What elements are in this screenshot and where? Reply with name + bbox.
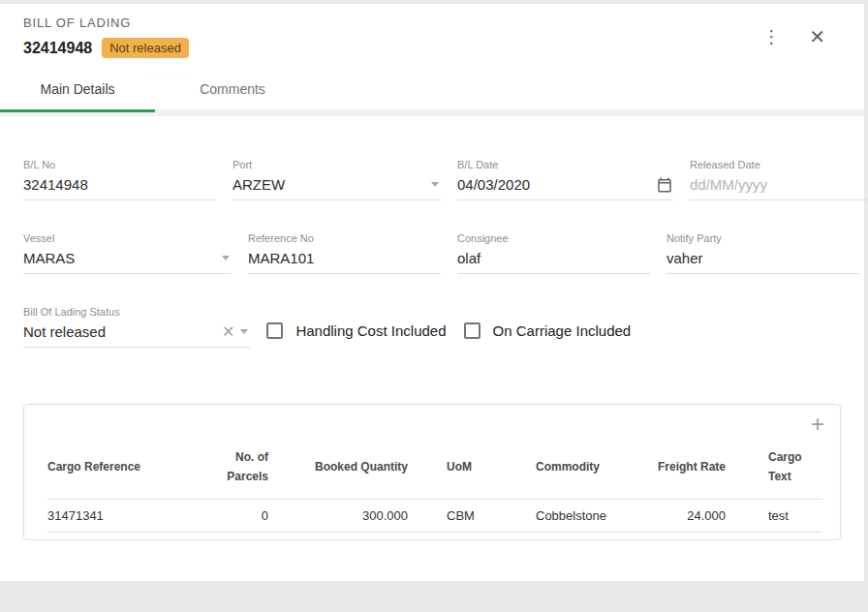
clear-icon[interactable]: ✕ — [222, 324, 234, 340]
vessel-input[interactable] — [23, 248, 216, 268]
cell-cargo-reference: 31471341 — [47, 499, 193, 532]
add-cargo-button[interactable]: + — [811, 413, 824, 436]
form-row-3: Bill Of Lading Status ✕ Handling Cost In… — [0, 306, 864, 348]
cargo-card-footer — [24, 533, 840, 539]
tab-main-details[interactable]: Main Details — [0, 68, 155, 109]
handling-cost-checkbox-label: Handling Cost Included — [295, 322, 446, 339]
subtitle-row: 32414948 Not released — [23, 38, 189, 58]
tab-main-details-label: Main Details — [40, 81, 114, 97]
kebab-menu-button[interactable]: ⋮ — [759, 24, 784, 49]
vessel-field: Vessel — [23, 232, 232, 274]
notify-party-field: Notify Party — [666, 232, 859, 274]
close-button[interactable]: ✕ — [805, 23, 829, 50]
col-freight-rate: Freight Rate — [652, 442, 726, 499]
bl-date-label: B/L Date — [457, 159, 673, 170]
dialog-header: BILL OF LADING 32414948 Not released ⋮ ✕ — [0, 4, 864, 58]
col-commodity: Commodity — [536, 442, 652, 499]
col-uom: UoM — [408, 442, 536, 499]
chevron-down-icon[interactable] — [222, 256, 230, 260]
close-icon: ✕ — [809, 26, 825, 47]
bl-no-input[interactable] — [23, 174, 216, 195]
tab-comments-label: Comments — [200, 81, 265, 97]
port-label: Port — [232, 159, 441, 170]
status-badge: Not released — [102, 38, 189, 58]
notify-party-input[interactable] — [666, 248, 859, 268]
bill-of-lading-dialog: BILL OF LADING 32414948 Not released ⋮ ✕… — [0, 3, 865, 582]
bol-status-input[interactable] — [23, 321, 216, 342]
form-row-1: B/L No Port B/L Date — [0, 159, 864, 200]
bl-no-field: B/L No — [23, 159, 216, 200]
bl-date-field: B/L Date — [457, 159, 673, 200]
released-date-label: Released Date — [690, 159, 868, 170]
bl-no-label: B/L No — [23, 159, 216, 170]
cargo-card: + Cargo Reference No. of Parcels Booked … — [23, 404, 841, 540]
main-details-form: B/L No Port B/L Date — [0, 116, 864, 348]
consignee-input[interactable] — [457, 248, 650, 268]
header-actions: ⋮ ✕ — [759, 15, 841, 50]
released-date-input[interactable] — [690, 174, 868, 195]
header-text-block: BILL OF LADING 32414948 Not released — [23, 15, 189, 58]
cell-commodity: Cobbelstone — [536, 499, 652, 532]
chevron-down-icon[interactable] — [240, 329, 248, 334]
dialog-title: BILL OF LADING — [23, 15, 189, 30]
bol-status-label: Bill Of Lading Status — [23, 306, 250, 318]
chevron-down-icon[interactable] — [431, 182, 439, 187]
reference-no-label: Reference No — [248, 232, 441, 244]
cell-booked-quantity: 300.000 — [268, 499, 408, 532]
port-field: Port — [232, 159, 441, 200]
handling-cost-checkbox[interactable]: Handling Cost Included — [266, 322, 447, 339]
cargo-table-header-row: Cargo Reference No. of Parcels Booked Qu… — [47, 442, 822, 499]
consignee-field: Consignee — [457, 232, 650, 274]
checkbox-unchecked-icon — [464, 322, 480, 339]
cell-no-of-parcels: 0 — [193, 499, 268, 532]
col-cargo-text: Cargo Text — [726, 442, 822, 499]
cargo-table-row[interactable]: 31471341 0 300.000 CBM Cobbelstone 24.00… — [47, 499, 822, 532]
port-input[interactable] — [232, 174, 425, 195]
col-cargo-reference: Cargo Reference — [47, 442, 193, 499]
checkbox-unchecked-icon — [266, 322, 283, 339]
cell-cargo-text: test — [726, 499, 822, 532]
tabbar: Main Details Comments — [0, 68, 864, 116]
bol-status-field: Bill Of Lading Status ✕ — [23, 306, 250, 348]
on-carriage-checkbox[interactable]: On Carriage Included — [464, 322, 644, 339]
bl-date-calendar-button[interactable] — [656, 176, 673, 194]
notify-party-label: Notify Party — [666, 232, 859, 244]
col-no-of-parcels: No. of Parcels — [193, 442, 268, 499]
reference-no-input[interactable] — [248, 248, 441, 268]
consignee-label: Consignee — [457, 232, 650, 244]
vessel-label: Vessel — [23, 232, 232, 244]
on-carriage-checkbox-label: On Carriage Included — [493, 322, 632, 339]
cell-freight-rate: 24.000 — [652, 499, 726, 532]
cargo-table: Cargo Reference No. of Parcels Booked Qu… — [47, 442, 822, 533]
calendar-icon — [656, 176, 673, 194]
cargo-card-toolbar: + — [24, 405, 840, 436]
bl-number: 32414948 — [23, 40, 92, 57]
released-date-field: Released Date — [690, 159, 868, 200]
col-booked-quantity: Booked Quantity — [268, 442, 408, 499]
form-row-2: Vessel Reference No Consignee Notify — [0, 232, 864, 274]
reference-no-field: Reference No — [248, 232, 441, 274]
tab-comments[interactable]: Comments — [155, 68, 310, 109]
plus-icon: + — [811, 411, 824, 437]
kebab-icon: ⋮ — [762, 27, 780, 46]
cell-uom: CBM — [408, 499, 536, 532]
bl-date-input[interactable] — [457, 174, 650, 195]
